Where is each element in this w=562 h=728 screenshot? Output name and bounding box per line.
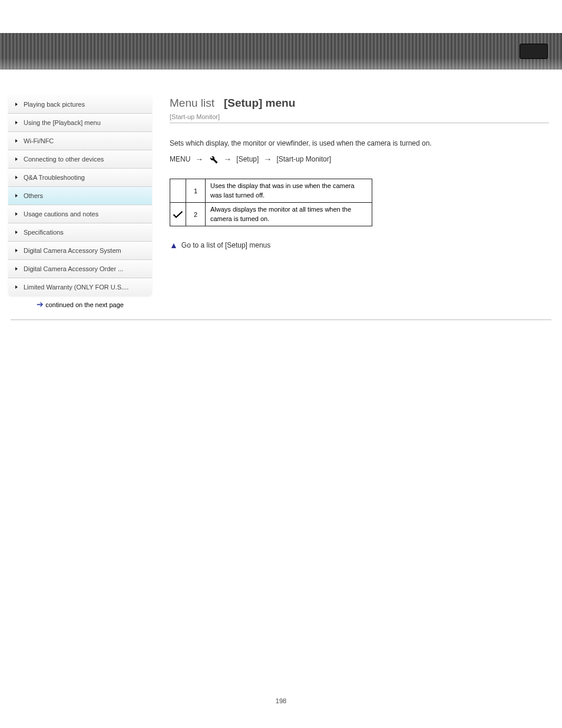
- content-area: Playing back picturesUsing the [Playback…: [0, 70, 562, 312]
- section-title-light: Menu list: [170, 97, 214, 109]
- desc-cell: Uses the display that was in use when th…: [206, 179, 372, 203]
- sidebar-item-label: Specifications: [24, 229, 64, 236]
- table-row: 1Uses the display that was in use when t…: [170, 179, 372, 203]
- sidebar-item[interactable]: Others: [8, 186, 152, 205]
- section-subtitle: [Start-up Monitor]: [170, 113, 549, 120]
- sidebar-item-label: Usage cautions and notes: [24, 210, 98, 218]
- sidebar-item-label: Using the [Playback] menu: [24, 119, 101, 126]
- section-title-bold: [Setup] menu: [224, 97, 295, 109]
- sidebar: Playing back picturesUsing the [Playback…: [8, 95, 152, 296]
- sidebar-item[interactable]: Playing back pictures: [8, 95, 152, 113]
- caret-icon: [15, 139, 18, 143]
- top-spacer: [0, 0, 562, 33]
- caret-icon: [15, 249, 18, 252]
- label-cell: 2: [186, 203, 206, 226]
- divider-line: [170, 123, 549, 123]
- sidebar-continue-label: continued on the next page: [45, 301, 124, 308]
- option-table: 1Uses the display that was in use when t…: [170, 179, 372, 226]
- sidebar-item-label: Digital Camera Accessory Order ...: [24, 265, 123, 272]
- caret-icon: [15, 267, 18, 271]
- sidebar-item[interactable]: Digital Camera Accessory Order ...: [8, 259, 152, 278]
- sidebar-item-label: Playing back pictures: [24, 101, 85, 108]
- desc-cell: Always displays the monitor at all times…: [206, 203, 372, 226]
- check-cell: [170, 203, 186, 226]
- up-triangle-icon: ▲: [170, 241, 178, 250]
- header-gradient: [0, 58, 562, 70]
- caret-icon: [15, 285, 18, 289]
- page-number: 198: [0, 697, 562, 728]
- menu-path: MENU → → [Setup] → [Start-up Monitor]: [170, 154, 549, 164]
- sidebar-continue: ➔ continued on the next page: [8, 296, 152, 312]
- section-title: Menu list [Setup] menu: [170, 97, 549, 110]
- path-step-1: [Setup]: [236, 155, 259, 163]
- sidebar-item-label: Limited Warranty (ONLY FOR U.S....: [24, 284, 128, 291]
- goto-line[interactable]: ▲ Go to a list of [Setup] menus: [170, 241, 549, 250]
- sidebar-item-label: Q&A Troubleshooting: [24, 174, 85, 181]
- sidebar-item[interactable]: Wi-Fi/NFC: [8, 131, 152, 150]
- menu-label: MENU: [170, 155, 190, 163]
- table-row: 2Always displays the monitor at all time…: [170, 203, 372, 226]
- caret-icon: [15, 212, 18, 216]
- caret-icon: [15, 103, 18, 106]
- path-step-2: [Start-up Monitor]: [276, 155, 331, 163]
- sidebar-item[interactable]: Connecting to other devices: [8, 150, 152, 168]
- arrow-right-icon: ➔: [37, 299, 44, 309]
- sidebar-item[interactable]: Using the [Playback] menu: [8, 113, 152, 131]
- caret-icon: [15, 176, 18, 179]
- sidebar-item-label: Wi-Fi/NFC: [24, 137, 54, 144]
- sidebar-item[interactable]: Usage cautions and notes: [8, 205, 152, 223]
- sidebar-item-label: Others: [24, 192, 43, 199]
- sidebar-item[interactable]: Limited Warranty (ONLY FOR U.S....: [8, 278, 152, 296]
- body-text: Sets which display, the monitor or viewf…: [170, 137, 549, 149]
- main-content: Menu list [Setup] menu [Start-up Monitor…: [152, 95, 554, 250]
- check-cell: [170, 179, 186, 203]
- goto-label: Go to a list of [Setup] menus: [181, 241, 270, 249]
- sidebar-item[interactable]: Digital Camera Accessory System: [8, 241, 152, 259]
- caret-icon: [15, 194, 18, 197]
- caret-icon: [15, 157, 18, 161]
- arrow-icon: →: [223, 154, 232, 164]
- label-cell: 1: [186, 179, 206, 203]
- caret-icon: [15, 230, 18, 234]
- header-button[interactable]: [520, 44, 548, 59]
- sidebar-wrap: Playing back picturesUsing the [Playback…: [8, 95, 152, 312]
- bottom-divider: [11, 319, 551, 320]
- wrench-icon: [208, 154, 219, 164]
- sidebar-item[interactable]: Q&A Troubleshooting: [8, 168, 152, 186]
- arrow-icon: →: [263, 154, 272, 164]
- check-icon: [171, 210, 185, 219]
- sidebar-item-label: Connecting to other devices: [24, 156, 104, 163]
- arrow-icon: →: [195, 154, 203, 164]
- header-bar: [0, 33, 562, 70]
- caret-icon: [15, 121, 18, 124]
- sidebar-item[interactable]: Specifications: [8, 223, 152, 241]
- sidebar-item-label: Digital Camera Accessory System: [24, 247, 121, 254]
